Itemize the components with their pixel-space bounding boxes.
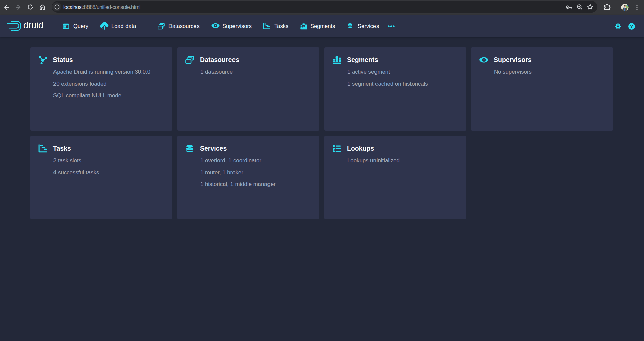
svg-text:?: ? bbox=[630, 24, 633, 29]
